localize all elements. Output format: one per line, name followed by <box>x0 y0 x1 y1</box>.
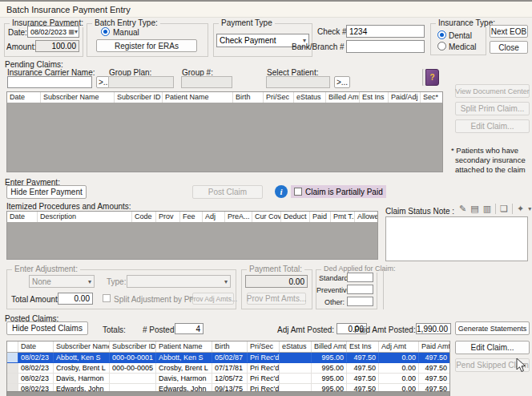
edit-pending-claim-button[interactable]: Edit Claim... <box>455 119 530 133</box>
insurance-type-group-label: Insurance Type: <box>436 18 498 27</box>
title-bar: Batch Insurance Payment Entry <box>0 2 532 18</box>
reference-book-icon[interactable]: ? <box>425 69 439 86</box>
column-header[interactable]: Paid/Adj <box>389 92 421 103</box>
table-row[interactable]: 08/02/23 Abbott, Ken S 000-00-0001 Abbot… <box>7 353 449 363</box>
column-header[interactable]: Allowed <box>355 212 377 222</box>
column-header[interactable]: Birth <box>233 92 264 103</box>
table-row[interactable]: 08/02/23 Crosby, Brent L 000-00-0005 Cro… <box>7 363 449 374</box>
view-document-center-button[interactable]: View Document Center <box>455 84 530 98</box>
column-header[interactable]: Est Ins <box>360 92 389 103</box>
payment-total-field: 0.00 <box>245 275 308 288</box>
medical-radio-label[interactable]: Medical <box>449 42 476 51</box>
split-adjustment-checkbox[interactable] <box>103 294 111 302</box>
next-eob-button[interactable]: Next EOB <box>490 25 528 38</box>
column-header[interactable]: Subscriber Name <box>41 92 115 103</box>
column-header[interactable]: Pri/Sec <box>248 341 280 352</box>
medical-radio[interactable] <box>437 42 446 51</box>
standard-field[interactable] <box>347 273 373 282</box>
dental-radio[interactable] <box>437 30 446 39</box>
column-header[interactable]: Paid Amt <box>419 341 449 352</box>
column-header[interactable]: Birth <box>212 341 248 352</box>
column-header[interactable]: Date <box>18 341 54 352</box>
clipboard-icon[interactable]: ▥ <box>483 204 491 214</box>
group-plan-field <box>108 76 174 88</box>
group-number-field <box>181 76 232 88</box>
num-posted-field: 4 <box>175 323 204 334</box>
prov-pmt-amts-button[interactable]: Prov Pmt Amts... <box>247 293 306 305</box>
generate-statements-button[interactable]: Generate Statements <box>455 321 530 335</box>
carrier-input[interactable] <box>7 76 92 88</box>
table-row[interactable]: 08/02/23 Davis, Harmon Davis, Harmon 12/… <box>7 374 449 384</box>
column-header[interactable]: Est Ins <box>347 341 379 352</box>
window-title: Batch Insurance Payment Entry <box>0 5 131 14</box>
dental-radio-label[interactable]: Dental <box>449 31 472 40</box>
preventive-label: Preventive: <box>316 286 345 294</box>
num-posted-label: # Posted: <box>143 325 176 334</box>
post-claim-button[interactable]: Post Claim <box>192 185 263 199</box>
column-header[interactable]: Sec* <box>421 92 441 103</box>
column-header[interactable]: Deduct <box>281 212 310 222</box>
column-header[interactable]: Billed Amt <box>326 92 360 103</box>
manual-radio[interactable] <box>101 27 110 36</box>
prov-adj-amts-button[interactable]: Prov Adj Amts... <box>192 293 234 305</box>
column-header[interactable]: Pri/Sec <box>264 92 294 103</box>
note-icon[interactable]: ▤ <box>470 204 478 214</box>
column-header[interactable]: Date <box>7 92 41 103</box>
claim-status-note-input[interactable] <box>385 216 528 261</box>
stamp-dropdown-caret-icon[interactable]: ▾ <box>528 205 531 212</box>
hide-posted-claims-button[interactable]: Hide Posted Claims <box>6 321 88 335</box>
posted-table-horizontal-scrollbar[interactable] <box>6 391 450 396</box>
column-header[interactable]: Cur Cov <box>252 212 281 222</box>
column-header[interactable]: Adj <box>203 212 225 222</box>
split-prim-claim-button[interactable]: Split Prim Claim... <box>455 102 530 115</box>
column-header[interactable]: Prov <box>156 212 180 222</box>
adjustment-type-select[interactable]: ▾ <box>127 275 231 288</box>
column-header[interactable]: Pmt T... <box>331 212 355 222</box>
patient-lookup-button[interactable]: >... <box>334 76 350 88</box>
section-divider <box>383 269 384 309</box>
amount-value: 100.00 <box>51 42 76 51</box>
column-header[interactable]: eStatus <box>280 341 312 352</box>
total-amount-label: Total Amount: <box>11 295 60 304</box>
column-header[interactable]: Fee <box>180 212 203 222</box>
column-header[interactable]: PreA... <box>225 212 252 222</box>
total-amount-field[interactable]: 0.00 <box>58 293 93 305</box>
partially-paid-checkbox[interactable] <box>294 188 302 196</box>
pen-icon[interactable]: ✎ <box>459 204 466 214</box>
preventive-field[interactable] <box>347 285 373 294</box>
column-header[interactable]: Billed Amt <box>312 341 347 352</box>
register-for-eras-button[interactable]: Register for ERAs <box>96 39 197 52</box>
close-button[interactable]: Close <box>490 41 528 54</box>
adjustment-type-label: Type: <box>107 277 126 286</box>
pending-claims-table-header: Date Subscriber Name Subscriber ID Patie… <box>6 91 443 103</box>
column-header[interactable]: Description <box>38 212 132 222</box>
column-header[interactable]: Adj Amt <box>379 341 419 352</box>
date-input[interactable]: 08/02/2023 ▦▾ <box>27 26 79 38</box>
standard-label: Standard: <box>319 274 345 282</box>
batch-entry-type-group-label: Batch Entry Type: <box>92 18 160 27</box>
itemized-empty-list <box>6 223 378 260</box>
bank-branch-input[interactable] <box>346 40 425 53</box>
pending-claims-empty-list <box>6 103 443 172</box>
hide-enter-payment-button[interactable]: Hide Enter Payment <box>6 185 87 199</box>
check-number-input[interactable] <box>346 25 425 38</box>
column-header[interactable]: Subscriber Name <box>54 341 110 352</box>
template-icon[interactable]: ❏ <box>495 204 508 214</box>
column-header[interactable]: Subscriber ID <box>115 92 163 103</box>
column-header[interactable]: Patient Name <box>163 92 233 103</box>
payment-total-value: 0.00 <box>289 277 304 286</box>
column-header[interactable]: Paid <box>310 212 331 222</box>
check-number-label: Check # <box>317 27 343 36</box>
column-header[interactable]: Subscriber ID <box>110 341 156 352</box>
adjustment-none-select[interactable]: None ▾ <box>29 275 95 288</box>
calendar-icon[interactable]: ▦▾ <box>68 28 78 35</box>
manual-radio-label[interactable]: Manual <box>113 28 139 37</box>
column-header[interactable]: Date <box>7 212 38 222</box>
column-header[interactable]: Patient Name <box>156 341 212 352</box>
edit-posted-claim-button[interactable]: Edit Claim... <box>455 341 530 354</box>
column-header[interactable]: Code <box>132 212 156 222</box>
partially-paid-highlight: Claim is Partially Paid <box>291 185 386 198</box>
other-field[interactable] <box>347 297 373 306</box>
stamp-icon[interactable]: ✦ <box>512 204 524 214</box>
column-header[interactable]: eStatus <box>294 92 326 103</box>
